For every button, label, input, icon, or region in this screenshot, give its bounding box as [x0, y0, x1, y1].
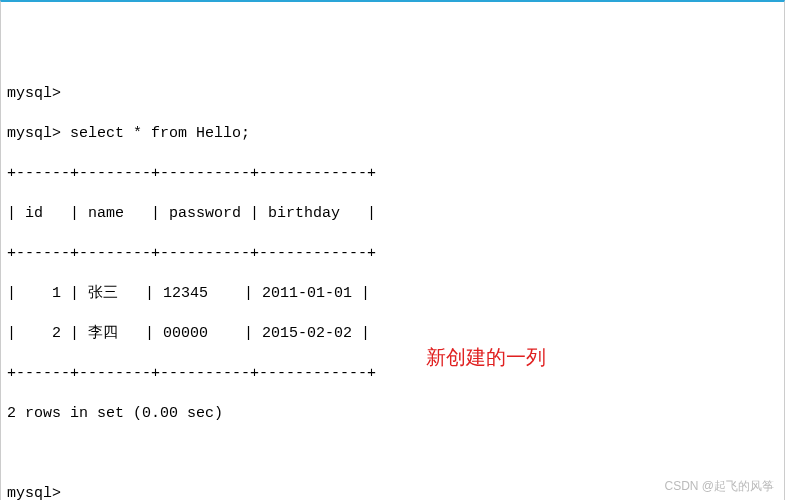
- table1-row-2: | 2 | 李四 | 00000 | 2015-02-02 |: [7, 324, 778, 344]
- blank-1: [7, 444, 778, 464]
- table1-sep-mid: +------+--------+----------+------------…: [7, 244, 778, 264]
- table1-row-1: | 1 | 张三 | 12345 | 2011-01-01 |: [7, 284, 778, 304]
- mysql-prompt-empty-2: mysql>: [7, 484, 778, 500]
- table1-sep-top: +------+--------+----------+------------…: [7, 164, 778, 184]
- table1-sep-bot: +------+--------+----------+------------…: [7, 364, 778, 384]
- table1-header: | id | name | password | birthday |: [7, 204, 778, 224]
- mysql-prompt-empty: mysql>: [7, 84, 778, 104]
- sql-select-1: mysql> select * from Hello;: [7, 124, 778, 144]
- result-rows-1: 2 rows in set (0.00 sec): [7, 404, 778, 424]
